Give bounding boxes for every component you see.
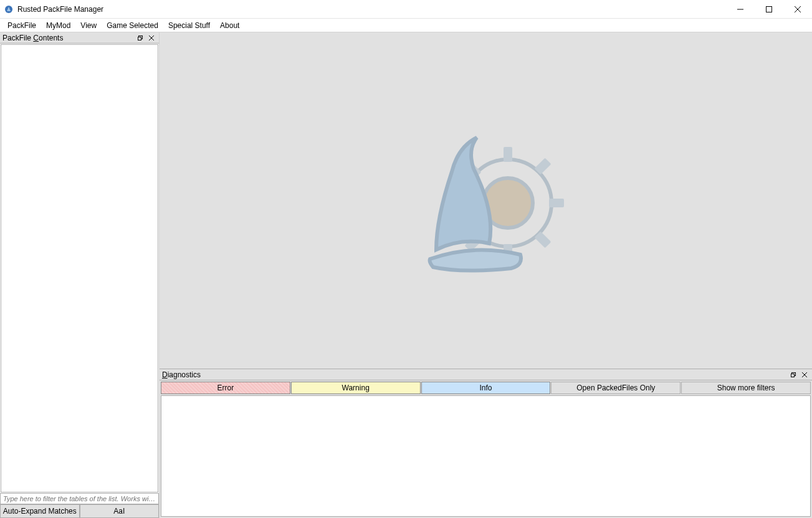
case-sensitive-button[interactable]: AaI: [80, 504, 160, 518]
panel-close-button[interactable]: [146, 34, 156, 42]
menu-bar: PackFile MyMod View Game Selected Specia…: [0, 19, 812, 32]
svg-rect-11: [504, 147, 512, 162]
filter-row: [0, 493, 159, 504]
menu-game-selected[interactable]: Game Selected: [102, 20, 163, 31]
filter-error-button[interactable]: Error: [161, 382, 290, 394]
filter-button-row: Auto-Expand Matches AaI: [0, 504, 159, 518]
svg-rect-2: [767, 6, 772, 12]
svg-rect-14: [549, 199, 564, 207]
filter-input[interactable]: [0, 493, 159, 504]
menu-mymod[interactable]: MyMod: [41, 20, 75, 31]
diagnostics-filter-row: Error Warning Info Open PackedFiles Only…: [160, 380, 812, 394]
maximize-button[interactable]: [755, 0, 783, 18]
body-area: PackFile Contents Auto-Expand Matches Aa…: [0, 32, 812, 518]
menu-special-stuff[interactable]: Special Stuff: [163, 20, 215, 31]
window-controls: [726, 0, 812, 18]
diagnostics-results[interactable]: [161, 395, 811, 517]
background-logo: [399, 113, 573, 289]
packfile-contents-panel: PackFile Contents Auto-Expand Matches Aa…: [0, 32, 160, 518]
panel-float-button[interactable]: [135, 34, 145, 42]
auto-expand-button[interactable]: Auto-Expand Matches: [0, 504, 80, 518]
right-container: Diagnostics Error Warning Info Open Pack…: [160, 32, 812, 518]
filter-open-only-button[interactable]: Open PackedFiles Only: [551, 382, 681, 394]
menu-packfile[interactable]: PackFile: [2, 20, 41, 31]
title-bar: Rusted PackFile Manager: [0, 0, 812, 19]
close-button[interactable]: [783, 0, 812, 18]
diagnostics-title: Diagnostics: [162, 370, 787, 379]
minimize-button[interactable]: [726, 0, 755, 18]
packfile-contents-header: PackFile Contents: [0, 32, 159, 44]
window-title: Rusted PackFile Manager: [17, 5, 726, 14]
filter-info-button[interactable]: Info: [421, 382, 551, 394]
filter-warning-button[interactable]: Warning: [291, 382, 421, 394]
menu-view[interactable]: View: [75, 20, 102, 31]
main-content-area: [160, 32, 812, 369]
diagnostics-float-button[interactable]: [788, 370, 798, 379]
filter-show-more-button[interactable]: Show more filters: [681, 382, 811, 394]
svg-rect-21: [791, 374, 795, 377]
diagnostics-header: Diagnostics: [160, 369, 812, 380]
diagnostics-close-button[interactable]: [800, 370, 810, 379]
packfile-tree[interactable]: [1, 44, 158, 492]
diagnostics-panel: Diagnostics Error Warning Info Open Pack…: [160, 369, 812, 518]
packfile-contents-title: PackFile Contents: [2, 34, 134, 42]
svg-rect-6: [138, 37, 141, 40]
app-icon: [4, 4, 14, 14]
menu-about[interactable]: About: [215, 20, 244, 31]
